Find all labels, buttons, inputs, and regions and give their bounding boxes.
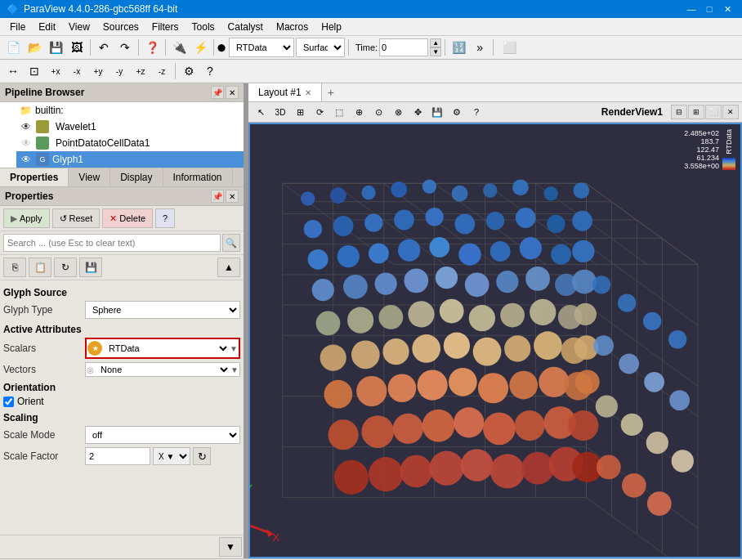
camera-neg-x-button[interactable]: -x: [67, 61, 87, 81]
pipeline-item-wavelet[interactable]: 👁 Wavelet1: [16, 119, 244, 135]
props-scroll-up-button[interactable]: ▲: [217, 258, 240, 277]
render-tab-layout1[interactable]: Layout #1 ✕: [248, 83, 322, 101]
render-canvas[interactable]: Y X Z 2.485e+02: [248, 123, 742, 558]
render-zoom-btn[interactable]: ⊗: [389, 104, 407, 120]
representation-dropdown[interactable]: Surface: [296, 38, 345, 57]
pipeline-header-controls[interactable]: 📌 ✕: [211, 86, 239, 99]
camera-settings-button[interactable]: ⚙: [179, 61, 199, 81]
camera-extra-button[interactable]: ?: [200, 61, 220, 81]
time-spinner[interactable]: ▲ ▼: [430, 38, 441, 56]
render-box-select-btn[interactable]: ⬚: [330, 104, 348, 120]
scalars-dropdown[interactable]: RTData: [105, 340, 230, 356]
props-subheader-controls[interactable]: 📌 ✕: [211, 190, 239, 203]
render-tab-close-icon[interactable]: ✕: [305, 88, 311, 97]
props-close-button[interactable]: ✕: [226, 190, 239, 203]
camera-x-button[interactable]: +x: [46, 61, 65, 81]
new-button[interactable]: 📄: [3, 38, 23, 57]
pipeline-item-builtin[interactable]: 📁 builtin:: [0, 102, 244, 119]
props-scroll-down-button[interactable]: ▼: [219, 537, 242, 557]
scale-factor-unit[interactable]: X ▼: [153, 447, 190, 465]
tab-properties[interactable]: Properties: [0, 168, 69, 186]
window-controls[interactable]: — □ ✕: [683, 2, 735, 16]
render-max-btn[interactable]: ⬜: [705, 105, 722, 119]
zoom-to-data-button[interactable]: ⊡: [25, 61, 44, 81]
time-spin-up[interactable]: ▲: [430, 38, 441, 47]
glyph-type-dropdown[interactable]: Sphere: [85, 301, 240, 319]
props-search-input[interactable]: [3, 234, 221, 252]
time-input[interactable]: [379, 38, 428, 56]
camera-z-button[interactable]: +z: [131, 61, 150, 81]
menu-help[interactable]: Help: [315, 20, 348, 34]
reset-camera-button[interactable]: ↔: [3, 61, 23, 81]
disconnect-button[interactable]: ⚡: [190, 38, 210, 57]
visibility-icon-wavelet[interactable]: 👁: [20, 120, 33, 133]
props-copy-button[interactable]: ⎘: [3, 258, 26, 277]
camera-neg-y-button[interactable]: -y: [110, 61, 129, 81]
render-split-v-btn[interactable]: ⊞: [688, 105, 704, 119]
props-scroll-area[interactable]: Glyph Source Glyph Type Sphere: [0, 280, 244, 535]
pipeline-close-button[interactable]: ✕: [226, 86, 239, 99]
scalars-control[interactable]: ★ RTData ▼: [85, 338, 240, 359]
render-3d-btn[interactable]: 3D: [271, 104, 289, 120]
delete-button[interactable]: ✕ Delete: [102, 208, 153, 228]
props-paste-button[interactable]: 📋: [29, 258, 51, 277]
tab-information[interactable]: Information: [163, 168, 233, 186]
menu-catalyst[interactable]: Catalyst: [221, 20, 270, 34]
pipeline-item-pointdata[interactable]: 👁 PointDatatoCellData1: [16, 135, 244, 151]
redo-button[interactable]: ↷: [115, 38, 135, 57]
props-pin-button[interactable]: 📌: [211, 190, 224, 203]
reset-button[interactable]: ↺ Reset: [52, 208, 101, 228]
close-button[interactable]: ✕: [719, 2, 735, 16]
menu-tools[interactable]: Tools: [186, 20, 221, 34]
render-pick-btn[interactable]: ⊕: [350, 104, 368, 120]
props-search-button[interactable]: 🔍: [222, 234, 240, 252]
render-settings-btn[interactable]: ⚙: [448, 104, 466, 120]
orient-checkbox[interactable]: [3, 396, 14, 407]
maximize-button[interactable]: □: [701, 2, 717, 16]
menu-filters[interactable]: Filters: [145, 20, 186, 34]
render-reset-cam-btn[interactable]: ⊞: [291, 104, 309, 120]
undo-button[interactable]: ↶: [94, 38, 114, 57]
render-pan-btn[interactable]: ✥: [409, 104, 427, 120]
scale-mode-dropdown[interactable]: off: [85, 426, 240, 444]
tab-display[interactable]: Display: [110, 168, 163, 186]
render-close-view-btn[interactable]: ✕: [722, 105, 739, 119]
pipeline-item-glyph[interactable]: 👁 G Glyph1: [16, 151, 244, 168]
render-rotate-btn[interactable]: ⟳: [311, 104, 329, 120]
help-button[interactable]: ❓: [142, 38, 162, 57]
visibility-icon-glyph[interactable]: 👁: [20, 153, 33, 166]
render-content[interactable]: Y X Z 2.485e+02: [248, 123, 742, 558]
render-magnify-btn[interactable]: ⊙: [369, 104, 387, 120]
menu-sources[interactable]: Sources: [96, 20, 145, 34]
scale-factor-reset-button[interactable]: ↻: [193, 447, 211, 465]
help-props-button[interactable]: ?: [155, 208, 175, 228]
props-refresh-button[interactable]: ↻: [54, 258, 77, 277]
render-select-btn[interactable]: ↖: [252, 104, 270, 120]
save-data-button[interactable]: 💾: [46, 38, 65, 57]
scale-factor-input[interactable]: [85, 447, 150, 465]
menu-file[interactable]: File: [3, 20, 32, 34]
connect-button[interactable]: 🔌: [169, 38, 189, 57]
more-button[interactable]: »: [470, 38, 489, 57]
camera-y-button[interactable]: +y: [88, 61, 108, 81]
menu-macros[interactable]: Macros: [270, 20, 315, 34]
menu-edit[interactable]: Edit: [32, 20, 62, 34]
apply-button[interactable]: ▶ Apply: [3, 208, 50, 228]
visibility-icon-pointdata[interactable]: 👁: [20, 137, 33, 150]
save-screenshot-button[interactable]: 🖼: [67, 38, 87, 57]
open-button[interactable]: 📂: [25, 38, 44, 57]
render-help-btn[interactable]: ?: [467, 104, 485, 120]
time-spin-down[interactable]: ▼: [430, 47, 441, 56]
minimize-button[interactable]: —: [683, 2, 700, 16]
vectors-dropdown[interactable]: None: [97, 364, 230, 375]
render-split-h-btn[interactable]: ⊟: [671, 105, 687, 119]
pipeline-pin-button[interactable]: 📌: [211, 86, 224, 99]
render-view-button[interactable]: ⬜: [497, 38, 521, 57]
render-save-cam-btn[interactable]: 💾: [428, 104, 446, 120]
camera-neg-z-button[interactable]: -z: [152, 61, 172, 81]
menu-view[interactable]: View: [62, 20, 96, 34]
props-save-button[interactable]: 💾: [79, 258, 102, 277]
active-source-dropdown[interactable]: RTData: [229, 38, 294, 57]
add-layout-button[interactable]: +: [322, 83, 340, 101]
calculator-button[interactable]: 🔢: [449, 38, 468, 57]
